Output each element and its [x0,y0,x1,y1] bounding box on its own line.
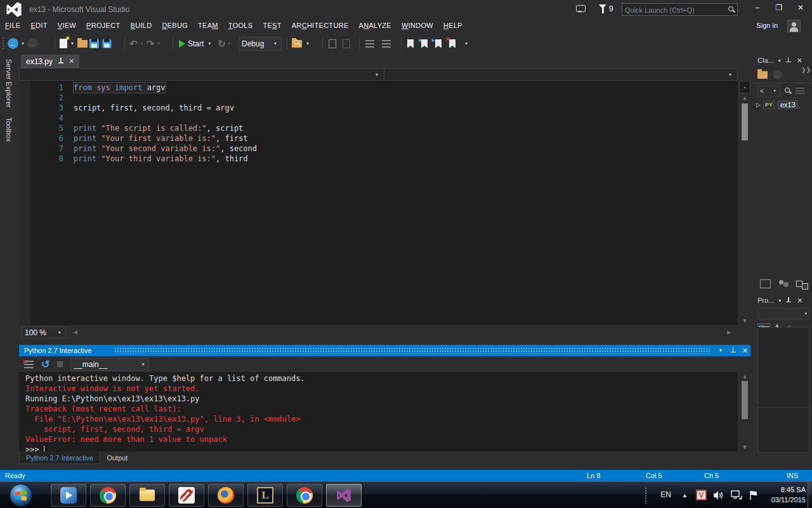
module-scope-combo[interactable]: __main__ ▾ [70,358,149,371]
pin-icon[interactable] [785,57,791,64]
previous-bookmark-icon[interactable]: ◂ [421,39,428,48]
window-position-dropdown-icon[interactable]: ▾ [778,298,781,304]
menu-analyze[interactable]: ANALYZE [354,19,396,32]
start-debug-icon[interactable] [179,40,185,48]
save-all-icon[interactable] [102,39,111,48]
panel-tab-output[interactable]: Output [100,451,134,464]
scrollbar-thumb[interactable] [742,104,748,140]
code-line-1[interactable]: 1from sys import argv [19,83,738,93]
taskbar-button-chrome[interactable] [287,484,322,507]
taskbar-button-chrome[interactable] [90,484,126,507]
taskbar-button-explorer[interactable] [129,484,165,507]
notification-count[interactable]: 9 [609,4,613,13]
code-line-5[interactable]: 5print "The script is called:", script [19,123,738,133]
tab-close-icon[interactable]: ✕ [69,57,74,65]
close-panel-icon[interactable]: ✕ [742,345,748,356]
open-file-icon[interactable] [77,40,88,48]
scroll-down-icon[interactable]: ▼ [739,444,750,450]
menu-architecture[interactable]: ARCHITECTURE [287,19,354,32]
scroll-down-icon[interactable]: ▼ [739,318,750,324]
undo-dropdown-icon[interactable]: ▾ [139,41,145,46]
solution-configurations-combo[interactable]: Debug ▾ [239,37,282,51]
close-button[interactable]: ✕ [790,0,811,15]
window-position-dropdown-icon[interactable]: ▾ [778,58,781,64]
members-dropdown-icon[interactable]: ▾ [727,72,733,77]
new-file-dropdown-icon[interactable]: ▾ [69,41,75,46]
taskbar-button-media-player[interactable] [51,484,86,507]
network-icon[interactable] [731,490,742,500]
restart-dropdown-icon[interactable]: ▾ [226,41,232,46]
toolbar-grip[interactable] [2,37,4,50]
code-line-4[interactable]: 4 [19,113,738,123]
code-line-7[interactable]: 7print "Your second variable is:", secon… [19,144,738,154]
class-view-tree-item[interactable]: ▷ PY ex13 [755,98,812,111]
clear-bookmarks-icon[interactable]: ✕ [449,39,455,48]
clear-search-icon[interactable] [796,88,804,95]
sign-in-link[interactable]: Sign in [756,22,778,29]
minimize-button[interactable]: – [747,0,768,15]
navigate-to-icon[interactable] [329,39,336,48]
zoom-level-combo[interactable]: 100 % ▾ [21,326,67,338]
navigate-back-button[interactable]: ← [8,38,18,49]
redo-icon[interactable]: ↷ [147,38,155,50]
navigate-forward-button[interactable]: → [27,38,38,49]
window-position-dropdown-icon[interactable]: ▾ [717,345,724,356]
close-panel-icon[interactable]: ✕ [797,297,802,305]
taskbar-button-league-of-legends[interactable]: L [247,484,283,507]
clear-screen-icon[interactable] [24,361,34,368]
team-explorer-tab-icon[interactable] [778,279,789,288]
avatar[interactable] [787,20,801,32]
notifications-funnel-icon[interactable] [599,4,606,9]
find-in-files-icon[interactable] [292,40,302,48]
menu-project[interactable]: PROJECT [81,19,125,32]
close-panel-icon[interactable]: ✕ [797,57,802,65]
menu-file[interactable]: FILE [0,19,25,32]
editor-horizontal-scrollbar[interactable]: ◀ ▶ [69,326,735,338]
increase-indent-icon[interactable] [382,40,391,48]
new-folder-icon[interactable] [757,71,768,79]
properties-object-combo[interactable]: ▾ [757,308,809,319]
decrease-indent-icon[interactable] [365,40,374,48]
split-editor-handle[interactable]: ⹀ [739,81,750,93]
scroll-right-icon[interactable]: ▶ [727,329,731,335]
copy-reference-icon[interactable] [343,39,350,48]
class-view-header[interactable]: Cla... ▾ ✕ [755,54,812,67]
code-line-8[interactable]: 8print "Your third variable is:", third [19,154,738,164]
menu-help[interactable]: HELP [438,19,468,32]
unikey-icon[interactable]: V [696,490,707,500]
taskbar-button-firefox[interactable] [208,484,244,507]
interactive-scrollbar[interactable]: ▲ ▼ [739,372,750,451]
scroll-left-icon[interactable]: ◀ [73,329,77,335]
taskbar-button-visual-studio[interactable] [326,484,362,507]
reset-repl-icon[interactable]: ↺ [41,360,49,369]
language-indicator[interactable]: EN [660,490,671,499]
menu-build[interactable]: BUILD [126,19,157,32]
document-tab[interactable]: ex13.py ✕ [21,55,79,68]
undo-icon[interactable]: ↶ [129,38,138,50]
code-line-2[interactable]: 2 [19,93,738,103]
restore-button[interactable]: ❐ [769,0,789,15]
quick-launch-input[interactable] [622,4,723,16]
find-dropdown-icon[interactable]: ▾ [304,41,311,46]
start-button[interactable] [9,483,33,507]
redo-dropdown-icon[interactable]: ▾ [155,41,162,46]
volume-icon[interactable] [713,490,724,500]
new-file-icon[interactable] [60,39,67,48]
show-desktop-button[interactable] [808,482,812,508]
navigate-back-dropdown-icon[interactable]: ▾ [20,41,26,46]
menu-view[interactable]: VIEW [53,19,81,32]
search-scope-combo[interactable]: < ▾ [757,86,780,97]
scrollbar-thumb[interactable] [742,381,748,419]
types-dropdown-icon[interactable]: ▾ [374,72,380,77]
menu-debug[interactable]: DEBUG [157,19,193,32]
menu-edit[interactable]: EDIT [25,19,52,32]
scroll-up-icon[interactable]: ▲ [739,95,750,101]
properties-header[interactable]: Pro... ▾ ✕ [755,294,812,307]
code-line-3[interactable]: 3script, first, second, third = argv [19,103,738,113]
back-icon[interactable]: ← [773,70,782,79]
start-button-label[interactable]: Start [188,39,204,48]
menu-tools[interactable]: TOOLS [223,19,258,32]
feedback-icon[interactable] [576,5,586,12]
save-icon[interactable] [89,39,99,48]
sidebar-tab-toolbox[interactable]: Toolbox [0,112,18,147]
